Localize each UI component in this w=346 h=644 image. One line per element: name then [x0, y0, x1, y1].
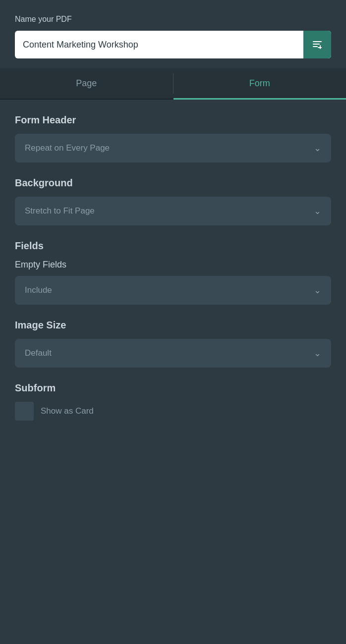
tabs-bar: Page Form [0, 68, 346, 100]
empty-fields-subtitle: Empty Fields [15, 260, 331, 270]
show-as-card-label: Show as Card [41, 406, 94, 416]
stretch-dropdown-value: Stretch to Fit Page [25, 206, 95, 216]
repeat-dropdown-value: Repeat on Every Page [25, 143, 110, 153]
form-header-section: Form Header Repeat on Every Page ⌄ [15, 114, 331, 162]
insert-text-button[interactable] [303, 31, 331, 58]
name-pdf-label: Name your PDF [15, 15, 331, 24]
background-section: Background Stretch to Fit Page ⌄ [15, 177, 331, 225]
empty-fields-section: Empty Fields Include ⌄ [15, 260, 331, 305]
repeat-dropdown-chevron: ⌄ [314, 143, 321, 154]
tab-form[interactable]: Form [173, 68, 346, 99]
image-size-title: Image Size [15, 320, 331, 331]
include-dropdown[interactable]: Include ⌄ [15, 276, 331, 305]
name-pdf-section: Name your PDF [0, 0, 346, 68]
show-as-card-checkbox[interactable] [15, 402, 34, 421]
svg-rect-2 [313, 46, 318, 47]
repeat-on-every-page-dropdown[interactable]: Repeat on Every Page ⌄ [15, 134, 331, 162]
include-dropdown-value: Include [25, 285, 52, 295]
image-size-dropdown-value: Default [25, 348, 52, 358]
form-header-title: Form Header [15, 114, 331, 126]
background-title: Background [15, 177, 331, 189]
svg-rect-1 [313, 44, 320, 45]
image-size-dropdown[interactable]: Default ⌄ [15, 339, 331, 368]
include-dropdown-chevron: ⌄ [314, 285, 321, 296]
show-as-card-row: Show as Card [15, 402, 331, 421]
stretch-dropdown-chevron: ⌄ [314, 206, 321, 216]
svg-rect-4 [318, 47, 322, 48]
svg-rect-0 [313, 41, 322, 42]
pdf-name-input-wrapper [15, 31, 331, 58]
subform-title: Subform [15, 382, 331, 394]
fields-section: Fields Empty Fields Include ⌄ [15, 240, 331, 305]
pdf-name-input[interactable] [15, 31, 303, 58]
form-content: Form Header Repeat on Every Page ⌄ Backg… [0, 100, 346, 435]
tab-page[interactable]: Page [0, 68, 173, 99]
stretch-to-fit-dropdown[interactable]: Stretch to Fit Page ⌄ [15, 197, 331, 225]
fields-title: Fields [15, 240, 331, 252]
image-size-section: Image Size Default ⌄ [15, 320, 331, 368]
image-size-dropdown-chevron: ⌄ [314, 348, 321, 359]
subform-section: Subform Show as Card [15, 382, 331, 421]
